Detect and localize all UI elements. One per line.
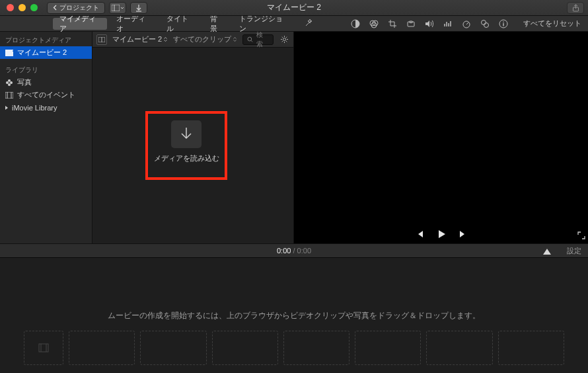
- timeline-clip-slot[interactable]: [140, 331, 206, 365]
- sidebar-item-label: マイムービー 2: [17, 48, 67, 58]
- import-media-callout: メディアを読み込む: [145, 111, 227, 180]
- library-view-button[interactable]: [109, 2, 126, 14]
- volume-icon[interactable]: [424, 19, 435, 29]
- tab-audio[interactable]: オーディオ: [110, 18, 157, 30]
- sidebar-section-library: ライブラリ: [0, 63, 92, 76]
- next-frame-button[interactable]: [459, 229, 468, 239]
- library-sidebar: プロジェクトメディア マイムービー 2 ライブラリ 写真 すべてのイベント iM…: [0, 32, 92, 243]
- svg-point-19: [10, 81, 13, 84]
- browser-toolbar: マイムービー 2 すべてのクリップ 検索: [92, 32, 293, 48]
- gear-icon: [280, 35, 289, 44]
- sidebar-section-project: プロジェクトメディア: [0, 33, 92, 46]
- updown-icon: [233, 36, 237, 42]
- browser-project-dropdown[interactable]: マイムービー 2: [112, 34, 168, 44]
- time-display: 0:00 / 0:00: [277, 247, 311, 255]
- time-total: 0:00: [297, 247, 311, 255]
- timeline-placeholders: [0, 331, 588, 365]
- crop-icon[interactable]: [387, 19, 398, 29]
- timeline-empty-hint: ムービーの作成を開始するには、上のブラウザからビデオクリップや写真をドラッグ＆ド…: [108, 310, 480, 321]
- film-strip-icon: [5, 92, 13, 99]
- updown-icon: [163, 36, 168, 42]
- media-tabs: マイメディア オーディオ タイトル 背景 トランジション: [0, 16, 294, 31]
- back-label: プロジェクト: [59, 3, 99, 13]
- editor-main: プロジェクトメディア マイムービー 2 ライブラリ 写真 すべてのイベント iM…: [0, 32, 588, 243]
- play-button[interactable]: [436, 229, 447, 239]
- color-correction-icon[interactable]: [369, 19, 379, 29]
- time-current: 0:00: [277, 247, 291, 255]
- timeline-clip-slot[interactable]: [69, 331, 135, 365]
- zoom-slider-thumb[interactable]: [543, 249, 551, 255]
- window-traffic-lights: [0, 4, 38, 11]
- svg-point-12: [484, 22, 489, 27]
- sidebar-item-current-project[interactable]: マイムービー 2: [0, 46, 92, 59]
- photos-flower-icon: [5, 79, 13, 87]
- disclosure-triangle-icon[interactable]: [4, 105, 9, 110]
- timeline-clip-slot[interactable]: [426, 331, 492, 365]
- enhance-wand-icon[interactable]: [304, 19, 313, 28]
- timeline-clip-slot[interactable]: [212, 331, 278, 365]
- timeline-clip-slot[interactable]: [24, 331, 63, 365]
- sidebar-item-photos[interactable]: 写真: [0, 76, 92, 89]
- chevron-down-icon: [120, 7, 124, 9]
- play-icon: [436, 229, 447, 239]
- tab-bar: マイメディア オーディオ タイトル 背景 トランジション: [0, 16, 588, 32]
- chevron-left-icon: [53, 5, 57, 11]
- clip-filter-label: すべてのクリップ: [173, 34, 231, 44]
- timeline-clip-slot[interactable]: [283, 331, 349, 365]
- search-input[interactable]: 検索: [242, 34, 274, 45]
- inspector-tools: すべてをリセット: [294, 16, 588, 31]
- color-balance-icon[interactable]: [350, 19, 361, 29]
- media-browser: マイムービー 2 すべてのクリップ 検索 メディアを読み込む: [92, 32, 294, 243]
- timeline-clip-slot[interactable]: [355, 331, 421, 365]
- minimize-window-button[interactable]: [18, 4, 26, 11]
- share-button[interactable]: [567, 2, 584, 14]
- tab-title[interactable]: タイトル: [160, 18, 201, 30]
- expand-icon: [577, 231, 585, 239]
- clapperboard-icon: [5, 50, 13, 56]
- tab-mymedia[interactable]: マイメディア: [53, 18, 107, 30]
- window-title: マイムービー 2: [267, 2, 321, 13]
- speed-icon[interactable]: [461, 19, 472, 29]
- svg-point-20: [8, 83, 11, 86]
- filmstrip-toggle-button[interactable]: [96, 34, 107, 45]
- svg-point-27: [248, 37, 252, 41]
- info-icon[interactable]: [498, 19, 509, 29]
- tab-background[interactable]: 背景: [203, 18, 231, 30]
- svg-point-18: [6, 81, 9, 84]
- clip-filter-icon[interactable]: [480, 19, 490, 29]
- search-icon: [247, 36, 253, 42]
- svg-point-14: [503, 21, 504, 22]
- preview-viewer: [294, 32, 588, 243]
- timeline-area[interactable]: ムービーの作成を開始するには、上のブラウザからビデオクリップや写真をドラッグ＆ド…: [0, 258, 588, 373]
- svg-point-11: [482, 20, 486, 24]
- svg-rect-16: [5, 52, 13, 56]
- stabilization-icon[interactable]: [406, 19, 416, 29]
- sidebar-item-imovie-library[interactable]: iMovie Library: [0, 101, 92, 114]
- timeline-settings-button[interactable]: 設定: [567, 246, 581, 256]
- svg-point-21: [9, 81, 11, 83]
- import-media-tile[interactable]: [171, 120, 202, 148]
- svg-point-17: [8, 79, 11, 82]
- film-icon: [38, 343, 49, 352]
- sidebar-item-label: すべてのイベント: [17, 90, 75, 100]
- timeline-toolbar: 0:00 / 0:00 設定: [0, 243, 588, 258]
- sidebar-item-label: iMovie Library: [12, 104, 57, 112]
- library-icon: [112, 5, 120, 11]
- import-down-arrow-icon: [135, 4, 142, 12]
- browser-project-name: マイムービー 2: [112, 34, 162, 44]
- prev-frame-button[interactable]: [415, 229, 424, 239]
- noise-reduction-icon[interactable]: [443, 19, 453, 29]
- import-media-button[interactable]: [130, 2, 147, 14]
- fullscreen-window-button[interactable]: [30, 4, 38, 11]
- reset-all-button[interactable]: すべてをリセット: [523, 19, 581, 28]
- sidebar-item-all-events[interactable]: すべてのイベント: [0, 89, 92, 101]
- fullscreen-button[interactable]: [577, 231, 585, 239]
- timeline-clip-slot[interactable]: [498, 331, 564, 365]
- close-window-button[interactable]: [7, 4, 14, 11]
- browser-settings-button[interactable]: [279, 34, 289, 45]
- clip-filter-dropdown[interactable]: すべてのクリップ: [173, 34, 237, 44]
- back-to-projects-button[interactable]: プロジェクト: [47, 2, 105, 14]
- search-placeholder: 検索: [256, 30, 269, 49]
- tab-transition[interactable]: トランジション: [233, 18, 294, 30]
- sidebar-item-label: 写真: [17, 77, 32, 87]
